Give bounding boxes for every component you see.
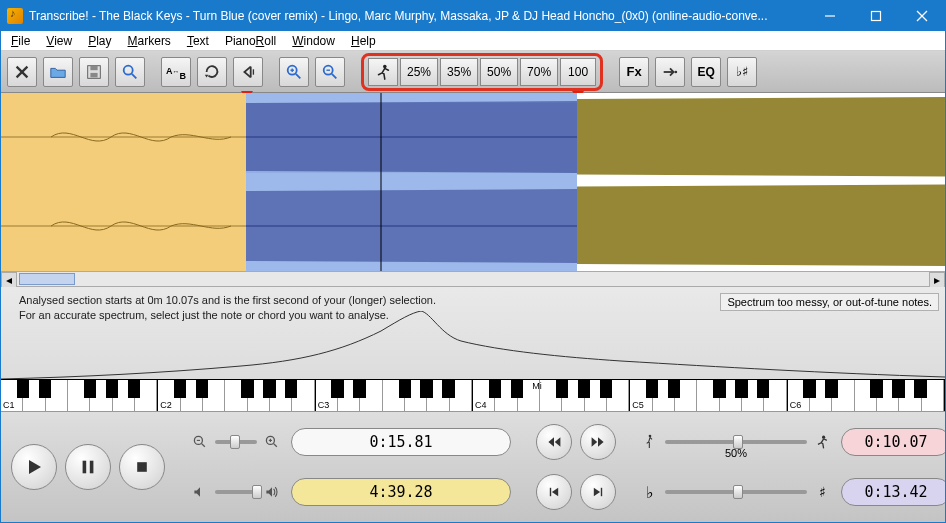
volume-low-icon[interactable] <box>191 483 209 501</box>
speed-100[interactable]: 100 <box>560 58 596 86</box>
spectrum-curve <box>1 311 945 381</box>
svg-rect-35 <box>137 462 147 472</box>
pause-button[interactable] <box>65 444 111 490</box>
svg-rect-7 <box>90 65 97 70</box>
loop-button[interactable] <box>197 57 227 87</box>
walk-icon <box>641 433 659 451</box>
svg-point-37 <box>822 436 825 439</box>
menubar: File View Play Markers Text PianoRoll Wi… <box>1 31 945 51</box>
speed-value-label: 50% <box>725 447 747 459</box>
piano-keyboard[interactable]: C1 C2 C3 C4 Mi C5 C6 <box>1 379 945 411</box>
menu-markers[interactable]: Markers <box>122 33 177 49</box>
play-button[interactable] <box>11 444 57 490</box>
toolbar: A↔B 25% 35% 50% 70% 100 Fx EQ ♭♯ <box>1 51 945 93</box>
close-file-button[interactable] <box>7 57 37 87</box>
zoom-slider[interactable] <box>191 433 281 451</box>
svg-point-9 <box>124 65 133 74</box>
waveform-view[interactable] <box>1 93 945 271</box>
svg-point-22 <box>675 70 678 73</box>
overview-scrollbar[interactable]: ◂ ▸ <box>1 271 945 287</box>
fx-button[interactable]: Fx <box>619 57 649 87</box>
app-icon <box>7 8 23 24</box>
svg-point-36 <box>649 435 652 438</box>
menu-window[interactable]: Window <box>286 33 341 49</box>
svg-rect-34 <box>90 461 94 474</box>
zoom-in-button[interactable] <box>279 57 309 87</box>
selection-start-display[interactable]: 0:10.07 <box>841 428 946 456</box>
spectrum-info-line1: Analysed section starts at 0m 10.07s and… <box>19 293 436 308</box>
volume-slider[interactable] <box>191 483 281 501</box>
run-icon <box>813 433 831 451</box>
menu-play[interactable]: Play <box>82 33 117 49</box>
spectrum-panel: Analysed section starts at 0m 10.07s and… <box>1 287 945 412</box>
speed-preset-group: 25% 35% 50% 70% 100 <box>361 53 603 91</box>
eq-button[interactable]: EQ <box>691 57 721 87</box>
flat-icon: ♭ <box>641 483 659 501</box>
menu-text[interactable]: Text <box>181 33 215 49</box>
skip-back-button[interactable] <box>536 474 572 510</box>
window-title: Transcribe! - The Black Keys - Turn Blue… <box>29 9 807 23</box>
speed-70[interactable]: 70% <box>520 58 558 86</box>
scroll-left-button[interactable]: ◂ <box>1 272 17 288</box>
fast-forward-button[interactable] <box>580 424 616 460</box>
sharp-icon: ♯ <box>813 483 831 501</box>
duration-display[interactable]: 4:39.28 <box>291 478 511 506</box>
svg-line-14 <box>296 73 301 78</box>
running-icon[interactable] <box>368 58 398 86</box>
speed-slider[interactable]: 50% <box>641 433 831 451</box>
svg-rect-33 <box>83 461 87 474</box>
svg-rect-39 <box>601 488 602 496</box>
svg-line-27 <box>202 444 205 447</box>
cue-button[interactable] <box>233 57 263 87</box>
tuning-button[interactable]: ♭♯ <box>727 57 757 87</box>
waveform-post-selection <box>577 93 945 271</box>
svg-line-18 <box>332 73 337 78</box>
pitch-slider[interactable]: ♭ ♯ <box>641 483 831 501</box>
stop-button[interactable] <box>119 444 165 490</box>
rewind-button[interactable] <box>536 424 572 460</box>
search-button[interactable] <box>115 57 145 87</box>
waveform-selection <box>246 93 577 271</box>
titlebar: Transcribe! - The Black Keys - Turn Blue… <box>1 1 945 31</box>
menu-file[interactable]: File <box>5 33 36 49</box>
zoom-out-button[interactable] <box>315 57 345 87</box>
maximize-button[interactable] <box>853 1 899 31</box>
position-display[interactable]: 0:15.81 <box>291 428 511 456</box>
zoom-in-icon[interactable] <box>263 433 281 451</box>
skip-forward-button[interactable] <box>580 474 616 510</box>
volume-high-icon[interactable] <box>263 483 281 501</box>
scroll-right-button[interactable]: ▸ <box>929 272 945 288</box>
mono-button[interactable] <box>655 57 685 87</box>
speed-25[interactable]: 25% <box>400 58 438 86</box>
svg-rect-1 <box>872 12 881 21</box>
close-button[interactable] <box>899 1 945 31</box>
svg-line-10 <box>132 73 137 78</box>
svg-line-30 <box>274 444 277 447</box>
menu-pianoroll[interactable]: PianoRoll <box>219 33 282 49</box>
svg-rect-8 <box>90 72 97 77</box>
selection-end-display[interactable]: 0:13.42 <box>841 478 946 506</box>
scroll-thumb[interactable] <box>19 273 75 285</box>
speed-50[interactable]: 50% <box>480 58 518 86</box>
waveform-pre-selection <box>1 93 246 271</box>
menu-view[interactable]: View <box>40 33 78 49</box>
svg-rect-38 <box>550 488 551 496</box>
ab-loop-button[interactable]: A↔B <box>161 57 191 87</box>
save-button[interactable] <box>79 57 109 87</box>
menu-help[interactable]: Help <box>345 33 382 49</box>
open-file-button[interactable] <box>43 57 73 87</box>
speed-35[interactable]: 35% <box>440 58 478 86</box>
spectrum-warning: Spectrum too messy, or out-of-tune notes… <box>720 293 939 311</box>
minimize-button[interactable] <box>807 1 853 31</box>
zoom-out-icon[interactable] <box>191 433 209 451</box>
transport-panel: 0:15.81 50% 0:10.07 4:39.28 ♭ ♯ 0:13.42 <box>1 412 945 522</box>
